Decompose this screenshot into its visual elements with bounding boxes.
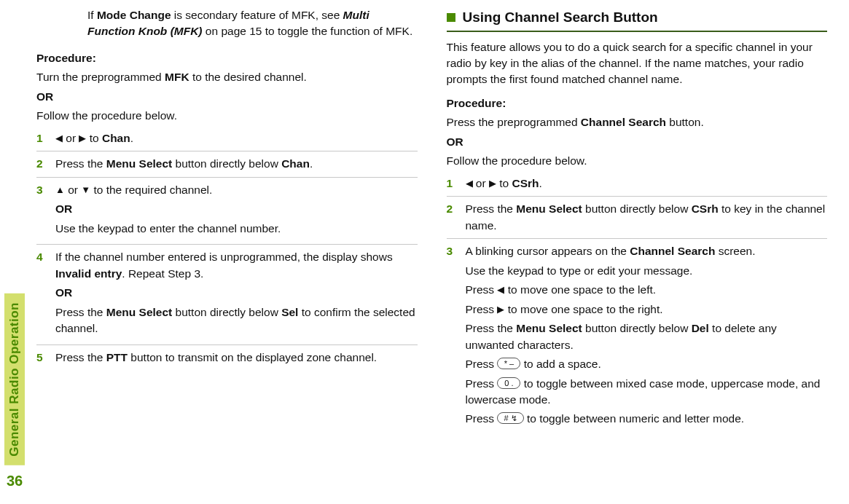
bold-menu-select: Menu Select	[516, 202, 582, 215]
procedure-line-2: Follow the procedure below.	[36, 108, 418, 124]
text: to the desired channel.	[189, 71, 307, 83]
text: If the channel number entered is unprogr…	[55, 251, 393, 263]
text: to move one space to the right.	[504, 303, 662, 315]
text: Press the preprogrammed	[447, 116, 581, 128]
step-number: 5	[36, 350, 43, 366]
display-sel: Sel	[281, 306, 298, 318]
text: Press the	[55, 351, 106, 363]
page: General Radio Operation 36 If Mode Chang…	[0, 0, 849, 504]
body-columns: If Mode Change is secondary feature of M…	[29, 0, 849, 504]
procedure-line-1: Turn the preprogrammed MFK to the desire…	[36, 69, 418, 85]
step-1: 1 ◀ or ▶ to CSrh.	[447, 176, 828, 197]
bold-mode-change: Mode Change	[97, 9, 171, 21]
step4-line1: If the channel number entered is unprogr…	[55, 249, 418, 282]
bold-mfk: MFK	[165, 71, 189, 83]
right-column: Using Channel Search Button This feature…	[447, 7, 828, 497]
text: If	[87, 9, 97, 21]
nav-left-icon: ◀	[497, 284, 504, 295]
text: . Repeat Step 3.	[122, 267, 203, 280]
or-line: OR	[55, 285, 418, 301]
text: Turn the preprogrammed	[36, 71, 165, 83]
step-4: 4 If the channel number entered is unpro…	[36, 249, 418, 344]
text: is secondary feature of MFK, see	[171, 9, 343, 21]
text: Press	[466, 377, 498, 390]
display-del: Del	[692, 322, 709, 334]
section-title: Using Channel Search Button	[463, 7, 658, 28]
text: .	[310, 157, 313, 170]
s3-lineE: Press the Menu Select button directly be…	[466, 320, 828, 353]
or-line: OR	[55, 201, 418, 217]
text: .	[130, 132, 133, 144]
bold-menu-select: Menu Select	[516, 322, 582, 334]
procedure-line-1: Press the preprogrammed Channel Search b…	[447, 114, 828, 130]
text: to move one space to the left.	[504, 283, 656, 296]
nav-right-icon: ▶	[497, 304, 504, 315]
step-3: 3 ▲ or ▼ to the required channel. OR Use…	[36, 182, 418, 245]
nav-down-icon: ▼	[81, 184, 90, 195]
section-heading: Using Channel Search Button	[447, 7, 828, 32]
section-tab-label: General Radio Operation	[4, 294, 25, 465]
text: Press	[466, 283, 498, 296]
step-5: 5 Press the PTT button to transmit on th…	[36, 350, 418, 370]
text: on page 15 to toggle the function of MFK…	[203, 25, 413, 37]
text: Press the	[466, 202, 517, 215]
s3-lineF: Press * – to add a space.	[466, 356, 828, 372]
s3-lineB: Use the keypad to type or edit your mess…	[466, 263, 828, 279]
s3-lineG: Press 0 . to toggle between mixed case m…	[466, 376, 828, 409]
steps-list-left: 1 ◀ or ▶ to Chan. 2 Press the Menu Selec…	[36, 130, 418, 370]
or-line: OR	[36, 89, 418, 105]
bold-menu-select: Menu Select	[106, 306, 172, 318]
text: screen.	[715, 245, 755, 257]
step-number: 2	[36, 156, 43, 172]
keycap-star: * –	[497, 358, 520, 369]
s3-lineA: A blinking cursor appears on the Channel…	[466, 243, 828, 259]
nav-up-icon: ▲	[55, 184, 65, 195]
procedure-line-2: Follow the procedure below.	[447, 153, 828, 169]
s3-lineC: Press ◀ to move one space to the left.	[466, 282, 828, 298]
step-number: 3	[447, 243, 453, 259]
step-number: 1	[447, 176, 453, 192]
text: A blinking cursor appears on the	[466, 245, 630, 257]
text: or	[65, 184, 81, 196]
procedure-heading: Procedure:	[447, 95, 828, 111]
text: Press	[466, 303, 498, 315]
bold-channel-search: Channel Search	[581, 116, 666, 128]
keycap-zero: 0 .	[497, 377, 520, 389]
text: Press the	[466, 322, 517, 334]
bold-menu-select: Menu Select	[106, 157, 172, 170]
text: Press the	[55, 157, 106, 170]
intro-paragraph: This feature allows you to do a quick se…	[447, 39, 828, 88]
text: button directly below	[582, 322, 692, 334]
s3-lineD: Press ▶ to move one space to the right.	[466, 302, 828, 318]
text: button directly below	[582, 202, 692, 215]
nav-right-icon: ▶	[489, 178, 496, 189]
display-invalid: Invalid entry	[55, 267, 122, 280]
display-chan: Chan	[281, 157, 310, 170]
text: or	[63, 132, 79, 144]
text: to	[496, 177, 512, 189]
text: to	[86, 132, 102, 144]
display-chan: Chan	[102, 132, 130, 144]
mode-change-note: If Mode Change is secondary feature of M…	[87, 7, 418, 40]
display-channel-search: Channel Search	[630, 245, 715, 257]
step-1: 1 ◀ or ▶ to Chan.	[36, 130, 418, 151]
text: to toggle between numeric and letter mod…	[524, 412, 744, 425]
page-number: 36	[7, 473, 23, 489]
nav-left-icon: ◀	[466, 178, 473, 189]
text: button.	[666, 116, 704, 128]
display-csrh: CSrh	[692, 202, 719, 215]
display-csrh: CSrh	[512, 177, 539, 189]
text: button to transmit on the displayed zone…	[128, 351, 377, 363]
left-column: If Mode Change is secondary feature of M…	[36, 7, 418, 497]
s3-lineH: Press # ↯ to toggle between numeric and …	[466, 411, 828, 427]
steps-list-right: 1 ◀ or ▶ to CSrh. 2 Press the Menu Selec…	[447, 176, 828, 435]
text: Press the	[55, 306, 106, 318]
text: button directly below	[172, 157, 281, 170]
nav-right-icon: ▶	[79, 133, 86, 143]
text: Press	[466, 412, 498, 425]
step-3: 3 A blinking cursor appears on the Chann…	[447, 243, 828, 435]
step-number: 2	[447, 201, 453, 217]
or-line: OR	[447, 134, 828, 150]
keycap-hash: # ↯	[497, 412, 523, 424]
step-number: 1	[36, 130, 43, 146]
